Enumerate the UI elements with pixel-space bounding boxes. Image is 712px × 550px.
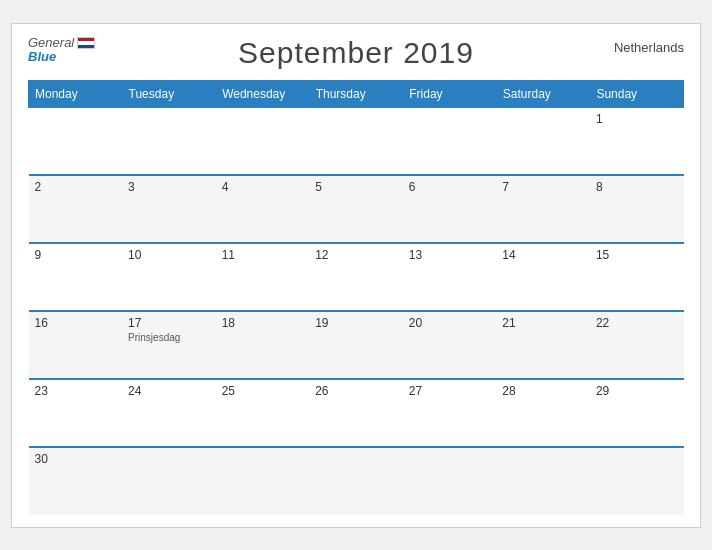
day-number: 8 xyxy=(596,180,678,194)
calendar-cell xyxy=(216,447,310,515)
holiday-label: Prinsjesdag xyxy=(128,332,210,343)
calendar-week-row: 30 xyxy=(29,447,684,515)
calendar-cell xyxy=(216,107,310,175)
calendar-week-row: 1 xyxy=(29,107,684,175)
day-number: 23 xyxy=(35,384,117,398)
day-number: 29 xyxy=(596,384,678,398)
day-number: 13 xyxy=(409,248,491,262)
day-number: 30 xyxy=(35,452,117,466)
day-number: 20 xyxy=(409,316,491,330)
day-number: 4 xyxy=(222,180,304,194)
calendar-header: General Blue September 2019 Netherlands xyxy=(28,36,684,70)
day-number: 5 xyxy=(315,180,397,194)
calendar-cell: 27 xyxy=(403,379,497,447)
day-number: 21 xyxy=(502,316,584,330)
col-saturday: Saturday xyxy=(496,81,590,107)
calendar-cell: 7 xyxy=(496,175,590,243)
logo: General Blue xyxy=(28,36,95,65)
col-monday: Monday xyxy=(29,81,123,107)
col-sunday: Sunday xyxy=(590,81,684,107)
calendar-cell: 20 xyxy=(403,311,497,379)
calendar-cell: 14 xyxy=(496,243,590,311)
day-number: 2 xyxy=(35,180,117,194)
calendar-cell: 12 xyxy=(309,243,403,311)
day-number: 1 xyxy=(596,112,678,126)
day-number: 24 xyxy=(128,384,210,398)
day-number: 6 xyxy=(409,180,491,194)
day-number: 27 xyxy=(409,384,491,398)
logo-blue-text: Blue xyxy=(28,50,95,64)
calendar-cell: 30 xyxy=(29,447,123,515)
calendar-cell: 29 xyxy=(590,379,684,447)
day-number: 3 xyxy=(128,180,210,194)
calendar-cell xyxy=(496,107,590,175)
col-friday: Friday xyxy=(403,81,497,107)
day-number: 7 xyxy=(502,180,584,194)
day-number: 16 xyxy=(35,316,117,330)
calendar-cell xyxy=(590,447,684,515)
calendar-cell: 19 xyxy=(309,311,403,379)
calendar-cell: 25 xyxy=(216,379,310,447)
calendar-container: General Blue September 2019 Netherlands … xyxy=(11,23,701,528)
logo-flag xyxy=(77,37,95,49)
day-number: 26 xyxy=(315,384,397,398)
day-number: 19 xyxy=(315,316,397,330)
calendar-cell: 23 xyxy=(29,379,123,447)
calendar-cell: 8 xyxy=(590,175,684,243)
calendar-cell: 13 xyxy=(403,243,497,311)
calendar-cell: 11 xyxy=(216,243,310,311)
day-number: 28 xyxy=(502,384,584,398)
calendar-cell xyxy=(496,447,590,515)
calendar-cell: 6 xyxy=(403,175,497,243)
col-tuesday: Tuesday xyxy=(122,81,216,107)
day-number: 25 xyxy=(222,384,304,398)
calendar-cell: 15 xyxy=(590,243,684,311)
calendar-cell: 18 xyxy=(216,311,310,379)
calendar-cell xyxy=(122,447,216,515)
calendar-cell: 26 xyxy=(309,379,403,447)
calendar-cell: 3 xyxy=(122,175,216,243)
calendar-title: September 2019 xyxy=(238,36,474,70)
calendar-cell: 24 xyxy=(122,379,216,447)
day-number: 18 xyxy=(222,316,304,330)
calendar-cell: 5 xyxy=(309,175,403,243)
calendar-cell: 22 xyxy=(590,311,684,379)
col-thursday: Thursday xyxy=(309,81,403,107)
calendar-cell: 28 xyxy=(496,379,590,447)
day-number: 15 xyxy=(596,248,678,262)
calendar-cell: 2 xyxy=(29,175,123,243)
header-row: Monday Tuesday Wednesday Thursday Friday… xyxy=(29,81,684,107)
calendar-cell: 4 xyxy=(216,175,310,243)
calendar-cell: 17Prinsjesdag xyxy=(122,311,216,379)
calendar-cell: 21 xyxy=(496,311,590,379)
calendar-cell: 9 xyxy=(29,243,123,311)
calendar-country: Netherlands xyxy=(614,40,684,55)
day-number: 11 xyxy=(222,248,304,262)
calendar-cell xyxy=(403,447,497,515)
calendar-week-row: 2345678 xyxy=(29,175,684,243)
day-number: 12 xyxy=(315,248,397,262)
calendar-cell: 1 xyxy=(590,107,684,175)
calendar-week-row: 1617Prinsjesdag1819202122 xyxy=(29,311,684,379)
calendar-cell xyxy=(403,107,497,175)
calendar-cell: 10 xyxy=(122,243,216,311)
calendar-cell xyxy=(122,107,216,175)
calendar-cell xyxy=(29,107,123,175)
col-wednesday: Wednesday xyxy=(216,81,310,107)
logo-general-text: General xyxy=(28,36,95,50)
day-number: 14 xyxy=(502,248,584,262)
calendar-cell xyxy=(309,107,403,175)
calendar-cell: 16 xyxy=(29,311,123,379)
calendar-week-row: 9101112131415 xyxy=(29,243,684,311)
day-number: 10 xyxy=(128,248,210,262)
day-number: 17 xyxy=(128,316,210,330)
calendar-cell xyxy=(309,447,403,515)
calendar-week-row: 23242526272829 xyxy=(29,379,684,447)
calendar-table: Monday Tuesday Wednesday Thursday Friday… xyxy=(28,80,684,515)
day-number: 9 xyxy=(35,248,117,262)
day-number: 22 xyxy=(596,316,678,330)
